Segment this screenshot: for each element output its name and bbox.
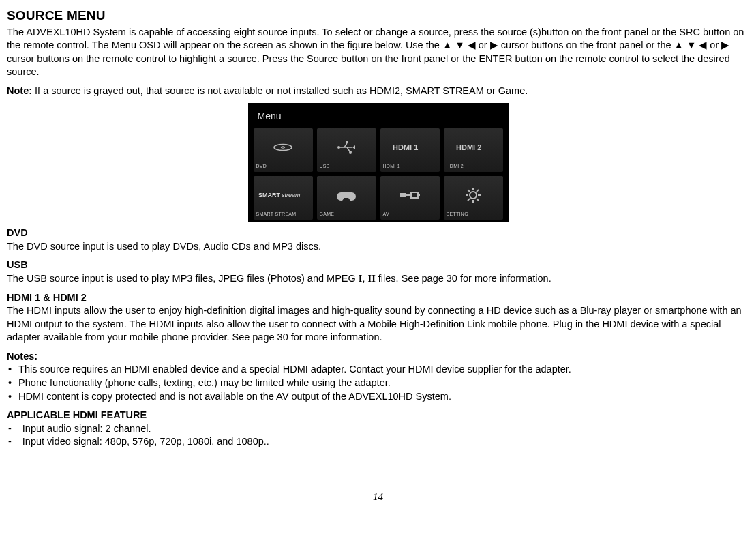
usb-body-a: The USB source input is used to play MP3… — [7, 273, 359, 284]
feature-heading: APPLICABLE HDMI FEATURE — [7, 409, 749, 422]
note-label: Note: — [7, 85, 32, 96]
dvd-body: The DVD source input is used to play DVD… — [7, 240, 749, 254]
osd-menu-title: Menu — [254, 108, 503, 127]
svg-point-8 — [349, 151, 352, 154]
svg-line-22 — [468, 190, 470, 192]
osd-label: HDMI 1 — [383, 163, 437, 169]
dvd-icon — [256, 131, 310, 163]
osd-cell-hdmi1[interactable]: HDMI 1 HDMI 1 — [380, 128, 440, 172]
hdmi2-icon: HDMI 2 — [447, 131, 500, 163]
svg-line-24 — [477, 190, 479, 192]
hdmi1-icon: HDMI 1 — [383, 131, 437, 163]
svg-rect-13 — [400, 193, 406, 197]
osd-cell-setting[interactable]: SETTING — [444, 176, 503, 220]
notes-list: This source requires an HDMI enabled dev… — [7, 363, 749, 403]
arrows-2: ▲ ▼ ◀ or ▶ — [674, 40, 730, 50]
gear-icon — [447, 179, 500, 211]
mpeg-two: II — [368, 273, 376, 284]
osd-cell-dvd[interactable]: DVD — [254, 128, 313, 172]
hdmi-body: The HDMI inputs allow the user to enjoy … — [7, 304, 749, 345]
svg-line-7 — [347, 147, 350, 151]
note-paragraph: Note: If a source is grayed out, that so… — [7, 85, 749, 98]
osd-grid: DVD USB HDMI 1 HDMI 1 HDMI 2 HDMI 2 — [254, 128, 503, 220]
osd-label: SMART STREAM — [256, 211, 310, 217]
usb-body: The USB source input is used to play MP3… — [7, 272, 749, 286]
osd-label: GAME — [320, 211, 374, 217]
osd-cell-av[interactable]: AV — [380, 176, 440, 220]
svg-rect-16 — [418, 194, 420, 196]
svg-marker-4 — [352, 145, 355, 149]
arrows-1: ▲ ▼ ◀ or ▶ — [442, 40, 498, 50]
svg-line-25 — [468, 199, 470, 201]
osd-cell-smartstream[interactable]: SMARTstream SMART STREAM — [254, 176, 313, 220]
hdmi-heading: HDMI 1 & HDMI 2 — [7, 291, 749, 305]
av-icon — [383, 179, 437, 211]
intro-paragraph: The ADVEXL10HD System is capable of acce… — [7, 26, 749, 79]
list-item: Phone functionality (phone calls, textin… — [7, 377, 749, 390]
svg-text:stream: stream — [282, 192, 301, 199]
osd-cell-usb[interactable]: USB — [317, 128, 376, 172]
osd-menu: Menu DVD USB HDMI 1 HDMI 1 — [248, 103, 509, 222]
osd-figure: Menu DVD USB HDMI 1 HDMI 1 — [7, 103, 749, 222]
svg-rect-6 — [346, 141, 348, 143]
svg-point-3 — [337, 146, 340, 149]
osd-label: USB — [320, 163, 374, 169]
osd-cell-game[interactable]: GAME — [317, 176, 376, 220]
intro-b: cursor buttons on the front panel or the — [498, 40, 674, 50]
osd-label: SETTING — [447, 211, 500, 217]
osd-label: AV — [383, 211, 437, 217]
svg-text:HDMI 1: HDMI 1 — [393, 143, 418, 151]
note-text: If a source is grayed out, that source i… — [32, 85, 528, 96]
list-item: This source requires an HDMI enabled dev… — [7, 363, 749, 377]
intro-c: cursor buttons on the remote control to … — [7, 53, 730, 78]
osd-label: HDMI 2 — [447, 163, 500, 169]
svg-text:SMART: SMART — [258, 192, 280, 199]
svg-rect-15 — [411, 192, 418, 198]
feature-list: Input audio signal: 2 channel. Input vid… — [7, 422, 749, 449]
list-item: Input audio signal: 2 channel. — [7, 422, 749, 436]
svg-point-0 — [274, 144, 292, 150]
page-number: 14 — [7, 490, 749, 504]
svg-point-17 — [470, 192, 477, 199]
usb-icon — [320, 131, 374, 163]
usb-heading: USB — [7, 259, 749, 272]
list-item: Input video signal: 480p, 576p, 720p, 10… — [7, 435, 749, 449]
osd-cell-hdmi2[interactable]: HDMI 2 HDMI 2 — [444, 128, 503, 172]
dvd-heading: DVD — [7, 227, 749, 240]
list-item: HDMI content is copy protected and is no… — [7, 390, 749, 404]
osd-label: DVD — [256, 163, 310, 169]
svg-line-23 — [477, 199, 479, 201]
smartstream-icon: SMARTstream — [256, 179, 310, 211]
usb-comma: , — [362, 273, 367, 284]
svg-point-1 — [281, 146, 285, 147]
usb-body-b: files. See page 30 for more information. — [376, 273, 551, 284]
svg-text:HDMI 2: HDMI 2 — [456, 143, 481, 151]
game-icon — [320, 179, 374, 211]
svg-line-5 — [344, 143, 347, 147]
page-title: SOURCE MENU — [7, 7, 749, 25]
notes-heading: Notes: — [7, 350, 749, 364]
